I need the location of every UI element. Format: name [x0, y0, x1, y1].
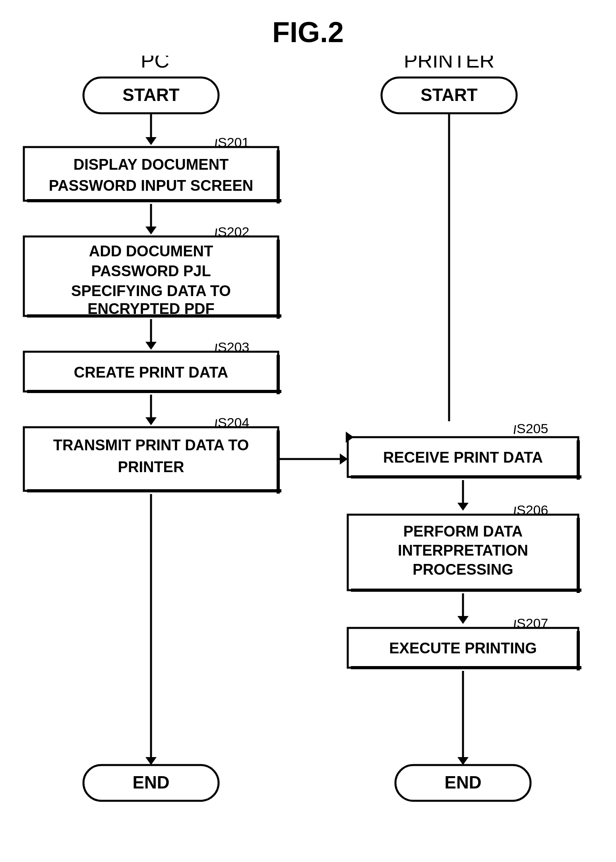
flowchart-svg: PC PRINTER START S201 DISPLAY DOCUMENT P…	[0, 56, 616, 850]
svg-text:SPECIFYING DATA TO: SPECIFYING DATA TO	[71, 283, 231, 299]
svg-text:DISPLAY DOCUMENT: DISPLAY DOCUMENT	[74, 156, 229, 173]
svg-marker-20	[145, 342, 157, 350]
svg-text:INTERPRETATION: INTERPRETATION	[398, 542, 528, 559]
s205-label: S205	[517, 421, 548, 436]
svg-text:ENCRYPTED PDF: ENCRYPTED PDF	[87, 300, 215, 317]
svg-text:EXECUTE PRINTING: EXECUTE PRINTING	[389, 640, 537, 657]
figure-title: FIG.2	[0, 16, 616, 48]
svg-marker-37	[145, 757, 157, 765]
svg-marker-10	[145, 227, 157, 234]
svg-text:PROCESSING: PROCESSING	[413, 561, 513, 578]
svg-marker-2	[145, 137, 157, 145]
printer-start-label: START	[420, 85, 478, 105]
svg-line-41	[514, 425, 515, 434]
pc-end-label: END	[133, 773, 170, 792]
printer-end-label: END	[445, 773, 482, 792]
svg-text:CREATE PRINT DATA: CREATE PRINT DATA	[74, 364, 228, 381]
svg-marker-48	[457, 503, 469, 511]
svg-text:PERFORM DATA: PERFORM DATA	[403, 523, 523, 540]
svg-text:PASSWORD INPUT SCREEN: PASSWORD INPUT SCREEN	[49, 177, 253, 194]
svg-text:TRANSMIT PRINT DATA TO: TRANSMIT PRINT DATA TO	[53, 437, 249, 453]
pc-start-label: START	[122, 85, 180, 105]
svg-marker-64	[457, 757, 469, 765]
printer-column-label: PRINTER	[404, 56, 494, 72]
svg-text:RECEIVE PRINT DATA: RECEIVE PRINT DATA	[383, 449, 543, 466]
svg-text:PRINTER: PRINTER	[118, 459, 184, 475]
svg-text:ADD DOCUMENT: ADD DOCUMENT	[89, 243, 213, 260]
svg-marker-35	[340, 453, 348, 465]
svg-text:PASSWORD PJL: PASSWORD PJL	[91, 263, 211, 279]
svg-marker-27	[145, 417, 157, 425]
svg-marker-57	[457, 616, 469, 624]
page: FIG.2 PC PRINTER START S201 DISPLAY DOCU…	[0, 0, 616, 862]
pc-column-label: PC	[141, 56, 169, 72]
